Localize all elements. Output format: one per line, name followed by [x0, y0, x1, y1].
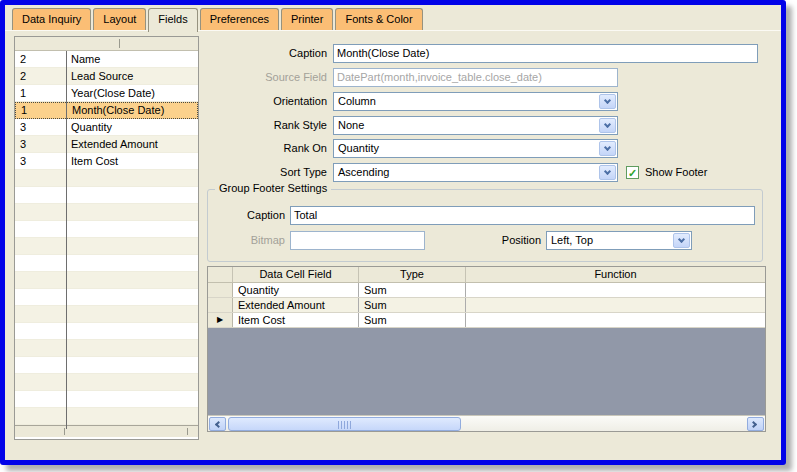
group-footer-caption-label: Caption — [165, 206, 285, 225]
field-list-row[interactable]: 3Quantity — [15, 119, 198, 136]
field-area-number: 2 — [15, 68, 66, 84]
field-name — [66, 187, 198, 203]
grid-horizontal-scrollbar[interactable] — [208, 415, 765, 431]
field-list-empty-row — [15, 391, 198, 408]
col-header-type[interactable]: Type — [359, 267, 466, 282]
field-area-number: 2 — [15, 51, 66, 67]
rank-style-value: None — [338, 118, 364, 133]
field-list-empty-row — [15, 187, 198, 204]
chevron-down-icon[interactable] — [599, 141, 616, 156]
rank-style-select[interactable]: None — [333, 116, 618, 135]
col-header-data-cell-field[interactable]: Data Cell Field — [233, 267, 359, 282]
field-name: Item Cost — [66, 153, 198, 169]
show-footer-checkbox[interactable]: ✓ — [626, 166, 639, 179]
current-row-indicator-icon: ▶ — [208, 313, 233, 327]
tab-fonts-color[interactable]: Fonts & Color — [335, 8, 422, 30]
field-name — [66, 323, 198, 339]
field-list-row[interactable]: 3Item Cost — [15, 153, 198, 170]
field-list-empty-row — [15, 289, 198, 306]
cell-type[interactable]: Sum — [359, 313, 466, 327]
sort-type-select[interactable]: Ascending — [333, 163, 618, 182]
field-name — [66, 289, 198, 305]
col-header-function[interactable]: Function — [466, 267, 765, 282]
cell-data-cell-field[interactable]: Item Cost — [233, 313, 359, 327]
field-area-number — [15, 204, 66, 220]
scrollbar-thumb[interactable] — [228, 417, 461, 431]
cell-function[interactable] — [466, 313, 765, 327]
field-list-empty-row — [15, 408, 198, 425]
field-area-number — [15, 323, 66, 339]
grid-row[interactable]: ▶Item CostSum — [208, 313, 765, 328]
field-list-empty-row — [15, 170, 198, 187]
field-area-number — [15, 170, 66, 186]
tab-preferences[interactable]: Preferences — [200, 8, 279, 30]
field-list-empty-row — [15, 306, 198, 323]
grid-empty-area — [208, 328, 765, 415]
field-name: Quantity — [66, 119, 198, 135]
field-name: Lead Source — [66, 68, 198, 84]
field-area-number — [15, 187, 66, 203]
field-list-empty-row — [15, 340, 198, 357]
cell-type[interactable]: Sum — [359, 283, 466, 297]
field-name — [66, 408, 198, 424]
field-area-number: 1 — [16, 103, 67, 118]
field-area-number — [15, 289, 66, 305]
tab-fields[interactable]: Fields — [148, 8, 197, 32]
grid-row[interactable]: Extended AmountSum — [208, 298, 765, 313]
field-name: Extended Amount — [66, 136, 198, 152]
field-name — [66, 340, 198, 356]
caption-label: Caption — [207, 44, 327, 63]
sort-type-label: Sort Type — [207, 163, 327, 182]
orientation-value: Column — [338, 94, 376, 109]
cell-function[interactable] — [466, 283, 765, 297]
field-name — [66, 391, 198, 407]
cell-function[interactable] — [466, 298, 765, 312]
field-area-number — [15, 272, 66, 288]
cell-data-cell-field[interactable]: Quantity — [233, 283, 359, 297]
field-name: Name — [66, 51, 198, 67]
chevron-down-icon[interactable] — [599, 165, 616, 180]
scrollbar-grip-icon — [338, 421, 352, 429]
tab-layout[interactable]: Layout — [93, 8, 146, 30]
position-select[interactable]: Left, Top — [546, 231, 692, 250]
show-footer-label: Show Footer — [645, 166, 707, 179]
bitmap-input — [290, 231, 425, 250]
pivot-field-settings-window: Data InquiryLayoutFieldsPreferencesPrint… — [0, 0, 786, 465]
chevron-down-icon[interactable] — [599, 118, 616, 133]
cell-type[interactable]: Sum — [359, 298, 466, 312]
field-list-column-divider — [66, 51, 67, 429]
rank-on-select[interactable]: Quantity — [333, 139, 618, 158]
field-list-row[interactable]: 2Lead Source — [15, 68, 198, 85]
cell-data-cell-field[interactable]: Extended Amount — [233, 298, 359, 312]
field-name — [66, 374, 198, 390]
group-footer-caption-input[interactable]: Total — [290, 206, 755, 225]
rank-on-value: Quantity — [338, 141, 379, 156]
field-list-footer — [15, 425, 198, 437]
row-selector-cell — [208, 283, 233, 297]
field-name: Year(Close Date) — [66, 85, 198, 101]
grid-row[interactable]: QuantitySum — [208, 283, 765, 298]
tab-printer[interactable]: Printer — [281, 8, 333, 30]
row-selector-header — [208, 267, 233, 282]
field-area-number: 1 — [15, 85, 66, 101]
chevron-down-icon[interactable] — [599, 94, 616, 109]
orientation-label: Orientation — [207, 92, 327, 111]
field-area-number: 3 — [15, 136, 66, 152]
orientation-select[interactable]: Column — [333, 92, 618, 111]
source-field-label: Source Field — [207, 68, 327, 87]
field-list-row[interactable]: 3Extended Amount — [15, 136, 198, 153]
field-list-row[interactable]: 2Name — [15, 51, 198, 68]
field-list-row[interactable]: 1Month(Close Date) — [15, 102, 198, 119]
field-list-empty-row — [15, 374, 198, 391]
scroll-left-button[interactable] — [209, 417, 226, 431]
field-list-row[interactable]: 1Year(Close Date) — [15, 85, 198, 102]
scroll-right-button[interactable] — [747, 417, 764, 431]
field-area-number — [15, 340, 66, 356]
caption-input[interactable]: Month(Close Date) — [333, 44, 758, 63]
tab-data-inquiry[interactable]: Data Inquiry — [12, 8, 91, 30]
data-cell-grid[interactable]: Data Cell Field Type Function QuantitySu… — [207, 266, 766, 432]
field-list-empty-row — [15, 323, 198, 340]
chevron-down-icon[interactable] — [673, 233, 690, 248]
field-list-empty-row — [15, 357, 198, 374]
field-list-empty-row — [15, 255, 198, 272]
